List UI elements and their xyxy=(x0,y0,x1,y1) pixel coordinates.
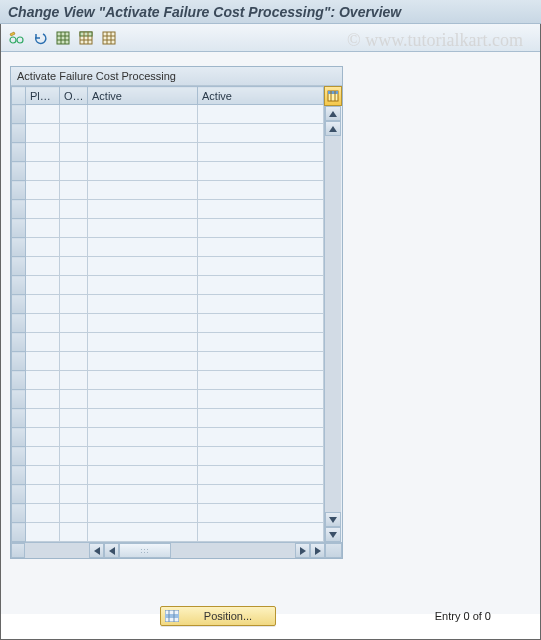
row-selector[interactable] xyxy=(12,162,26,181)
cell[interactable] xyxy=(198,504,324,523)
cell[interactable] xyxy=(26,295,60,314)
row-selector[interactable] xyxy=(12,200,26,219)
cell[interactable] xyxy=(60,295,88,314)
cell[interactable] xyxy=(198,371,324,390)
cell[interactable] xyxy=(26,466,60,485)
column-header-plant[interactable]: Plant xyxy=(26,87,60,105)
position-button[interactable]: Position... xyxy=(160,606,276,626)
cell[interactable] xyxy=(88,447,198,466)
row-selector[interactable] xyxy=(12,295,26,314)
cell[interactable] xyxy=(26,371,60,390)
row-selector[interactable] xyxy=(12,276,26,295)
cell[interactable] xyxy=(60,200,88,219)
cell[interactable] xyxy=(60,523,88,542)
row-selector[interactable] xyxy=(12,466,26,485)
cell[interactable] xyxy=(88,466,198,485)
cell[interactable] xyxy=(198,447,324,466)
row-selector[interactable] xyxy=(12,428,26,447)
cell[interactable] xyxy=(198,409,324,428)
cell[interactable] xyxy=(26,333,60,352)
row-selector[interactable] xyxy=(12,523,26,542)
cell[interactable] xyxy=(60,371,88,390)
row-selector[interactable] xyxy=(12,371,26,390)
cell[interactable] xyxy=(60,238,88,257)
column-header-order-type[interactable]: Or... xyxy=(60,87,88,105)
cell[interactable] xyxy=(60,143,88,162)
cell[interactable] xyxy=(26,238,60,257)
row-selector[interactable] xyxy=(12,333,26,352)
configure-columns-button[interactable] xyxy=(324,86,342,106)
cell[interactable] xyxy=(26,124,60,143)
scroll-up-button[interactable] xyxy=(325,106,341,121)
change-display-button[interactable] xyxy=(6,28,28,48)
cell[interactable] xyxy=(198,466,324,485)
scroll-right-button[interactable] xyxy=(295,543,310,558)
cell[interactable] xyxy=(88,162,198,181)
cell[interactable] xyxy=(88,276,198,295)
cell[interactable] xyxy=(198,295,324,314)
cell[interactable] xyxy=(60,504,88,523)
cell[interactable] xyxy=(88,257,198,276)
cell[interactable] xyxy=(60,314,88,333)
scroll-first-button[interactable] xyxy=(89,543,104,558)
row-selector[interactable] xyxy=(12,257,26,276)
cell[interactable] xyxy=(198,200,324,219)
row-selector[interactable] xyxy=(12,447,26,466)
cell[interactable] xyxy=(198,219,324,238)
cell[interactable] xyxy=(88,143,198,162)
cell[interactable] xyxy=(198,181,324,200)
row-selector[interactable] xyxy=(12,390,26,409)
cell[interactable] xyxy=(88,352,198,371)
column-header-active-2[interactable]: Active xyxy=(198,87,324,105)
row-selector[interactable] xyxy=(12,504,26,523)
row-selector[interactable] xyxy=(12,219,26,238)
cell[interactable] xyxy=(198,276,324,295)
cell[interactable] xyxy=(88,295,198,314)
cell[interactable] xyxy=(60,485,88,504)
row-selector[interactable] xyxy=(12,485,26,504)
row-selector[interactable] xyxy=(12,105,26,124)
cell[interactable] xyxy=(60,276,88,295)
cell[interactable] xyxy=(60,352,88,371)
cell[interactable] xyxy=(198,124,324,143)
cell[interactable] xyxy=(26,105,60,124)
cell[interactable] xyxy=(88,219,198,238)
scroll-last-button[interactable] xyxy=(310,543,325,558)
cell[interactable] xyxy=(88,105,198,124)
cell[interactable] xyxy=(26,143,60,162)
cell[interactable] xyxy=(198,162,324,181)
cell[interactable] xyxy=(26,162,60,181)
hscroll-thumb[interactable]: ::: xyxy=(119,543,171,558)
select-all-button[interactable] xyxy=(52,28,74,48)
cell[interactable] xyxy=(26,447,60,466)
cell[interactable] xyxy=(26,314,60,333)
cell[interactable] xyxy=(26,485,60,504)
cell[interactable] xyxy=(60,447,88,466)
cell[interactable] xyxy=(60,257,88,276)
cell[interactable] xyxy=(198,238,324,257)
column-header-active-1[interactable]: Active xyxy=(88,87,198,105)
deselect-all-button[interactable] xyxy=(98,28,120,48)
cell[interactable] xyxy=(60,124,88,143)
cell[interactable] xyxy=(26,352,60,371)
scroll-left-button[interactable] xyxy=(104,543,119,558)
cell[interactable] xyxy=(26,409,60,428)
cell[interactable] xyxy=(88,333,198,352)
cell[interactable] xyxy=(26,523,60,542)
cell[interactable] xyxy=(88,181,198,200)
cell[interactable] xyxy=(88,428,198,447)
cell[interactable] xyxy=(26,219,60,238)
cell[interactable] xyxy=(26,390,60,409)
cell[interactable] xyxy=(198,333,324,352)
cell[interactable] xyxy=(88,371,198,390)
cell[interactable] xyxy=(26,428,60,447)
cell[interactable] xyxy=(88,200,198,219)
cell[interactable] xyxy=(88,523,198,542)
cell[interactable] xyxy=(60,428,88,447)
cell[interactable] xyxy=(60,333,88,352)
cell[interactable] xyxy=(88,238,198,257)
cell[interactable] xyxy=(88,314,198,333)
cell[interactable] xyxy=(60,466,88,485)
cell[interactable] xyxy=(88,485,198,504)
cell[interactable] xyxy=(198,143,324,162)
